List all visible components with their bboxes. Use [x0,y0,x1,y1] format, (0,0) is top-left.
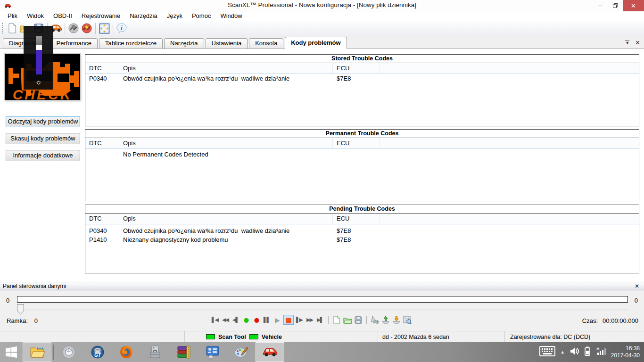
tab-ustawienia[interactable]: Ustawienia [206,38,248,49]
dtc-cell: P0340 [85,227,119,234]
taskbar-scanxl[interactable] [256,342,284,362]
column-header-ecu[interactable]: ECU [333,214,380,224]
column-header-dtc[interactable]: DTC [85,138,119,148]
menu-widok[interactable]: Widok [22,12,49,21]
menu-window[interactable]: Window [215,12,247,21]
clock[interactable]: 16:38 2017-04-30 [611,345,640,359]
menu-obd2[interactable]: OBD-II [49,12,77,21]
brightness-osd-overlay: ☼ [24,26,53,90]
export-up-icon[interactable] [381,315,390,325]
add-marker-icon[interactable] [370,315,380,325]
log-save-icon[interactable] [354,315,363,325]
pause-button[interactable]: ▌▌ [263,315,272,325]
taskbar-control-panel[interactable] [198,342,227,362]
table-header: DTC Opis ECU [85,63,639,74]
table-row[interactable]: P0340 Obwód czujnika po³o¿enia wa³ka roz… [85,74,639,83]
clock-time: 16:38 [611,345,640,352]
clear-trouble-codes-button[interactable]: Skasuj kody problemów [6,133,80,144]
menu-narzedzia[interactable]: Narzędzia [125,12,162,21]
taskbar-file-explorer[interactable] [23,342,51,362]
brightness-slider[interactable] [36,36,42,74]
tab-overflow-icon[interactable]: ▼ [625,41,629,45]
log-open-icon[interactable] [343,315,352,325]
playback-progress-bar[interactable] [17,296,628,303]
network-signal-icon[interactable]: ✻ [595,347,606,357]
time-value: 00:00:00.000 [603,317,638,324]
tab-konsola[interactable]: Konsola [249,38,283,49]
about-icon[interactable]: i [115,22,128,34]
column-header-dtc[interactable]: DTC [85,214,119,224]
column-header-ecu[interactable]: ECU [333,63,380,74]
skip-end-button[interactable]: ▶▌ [316,315,325,325]
column-header-opis[interactable]: Opis [119,63,333,74]
taskbar-paint[interactable] [227,342,256,362]
column-header-opis[interactable]: Opis [119,214,333,224]
record-red-button[interactable]: ● [252,315,261,325]
play-button[interactable]: ▶ [273,315,282,325]
slider-thumb[interactable] [17,304,24,316]
taskbar-gt-tool[interactable]: GT [83,342,112,362]
rewind-button[interactable]: ◀◀ [221,315,230,325]
menu-pomoc[interactable]: Pomoc [187,12,215,21]
menu-plik[interactable]: Plik [3,12,22,21]
toolbar-separator [95,23,96,34]
toolbar-grip[interactable] [1,23,4,34]
battery-icon[interactable] [585,346,590,358]
taskbar-divider [53,345,54,360]
column-header-opis[interactable]: Opis [119,138,333,148]
volume-icon[interactable] [570,347,579,357]
read-trouble-codes-button[interactable]: Odczytaj kody problemów [6,116,80,127]
menu-jezyk[interactable]: Język [162,12,187,21]
brightness-sun-icon: ☼ [24,78,53,86]
log-new-icon[interactable] [332,315,341,325]
fullscreen-icon[interactable] [98,22,111,34]
tab-tablice-rozdzielcze[interactable]: Tablice rozdzielcze [99,38,163,49]
system-tray: ▲ ✻ 16:38 2017-04-30 [539,342,644,362]
fast-forward-button[interactable]: ▶▶ [305,315,314,325]
tab-performance[interactable]: Performance [50,38,98,49]
step-forward-button[interactable]: ▌▶ [295,315,304,325]
tab-kody-problemow[interactable]: Kody problemów [285,37,347,49]
disconnect-icon[interactable] [80,22,93,34]
table-row[interactable]: P0340 Obwód czujnika po³o¿enia wa³ka roz… [85,226,639,235]
grid-search-icon[interactable] [403,315,412,325]
record-green-button[interactable]: ● [242,315,251,325]
no-permanent-codes-message: No Permanent Codes Detected [85,149,639,158]
close-button[interactable]: ✕ [623,0,644,11]
frame-counter: Ramka:0 [7,317,38,324]
status-bar: Scan Tool Vehicle dd - 2002 Mazda 6 seda… [0,331,644,342]
taskbar-virtualbox[interactable] [54,342,83,362]
tab-narzedzia[interactable]: Narzędzia [164,38,204,49]
menu-rejestrowanie[interactable]: Rejestrowanie [77,12,125,21]
keyboard-icon[interactable] [539,346,555,358]
column-header-blank [380,63,639,74]
svg-text:GT: GT [94,353,101,358]
table-header: DTC Opis ECU [85,214,639,224]
tab-close-icon[interactable]: ✕ [635,40,640,46]
additional-info-button[interactable]: Informacje dodatkowe [6,150,80,161]
taskbar-firefox[interactable] [112,342,140,362]
taskbar-toolbox[interactable] [140,342,169,362]
svg-text:✻: ✻ [596,347,600,351]
taskbar-winrar[interactable] [169,342,198,362]
data-panel-close-icon[interactable]: ✕ [635,283,639,289]
column-header-ecu[interactable]: ECU [333,138,380,148]
column-header-dtc[interactable]: DTC [85,63,119,74]
step-back-button[interactable]: ◀▌ [231,315,240,325]
brightness-slider-fill [36,50,42,74]
new-file-icon[interactable] [6,22,19,34]
stop-button[interactable]: ■ [283,315,294,325]
export-down-icon[interactable] [392,315,401,325]
minimize-button[interactable]: – [593,0,608,11]
connect-icon[interactable] [67,22,80,34]
slider-min-label: 0 [6,297,9,304]
start-button[interactable] [0,342,23,362]
brightness-slider-upper [36,36,42,45]
tray-expand-icon[interactable]: ▲ [561,350,565,354]
brightness-slider-thumb[interactable] [36,45,42,50]
clock-date: 2017-04-30 [611,352,640,359]
dtc-cell: P1410 [85,236,119,243]
table-row[interactable]: P1410 Nieznany diagnostyczny kod problem… [85,235,639,244]
skip-start-button[interactable]: ▌◀ [211,315,220,325]
restore-button[interactable] [608,0,623,11]
